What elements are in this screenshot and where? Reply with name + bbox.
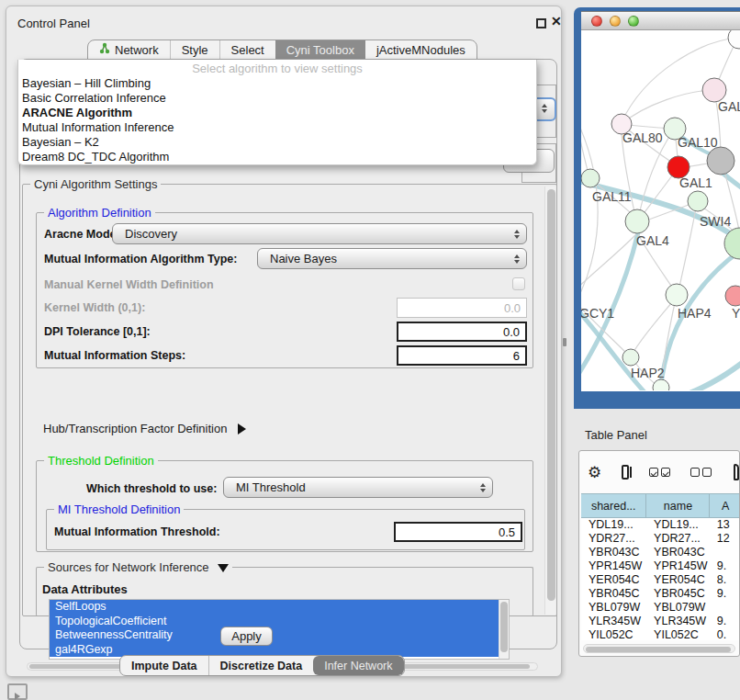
network-node[interactable] xyxy=(728,30,740,49)
which-threshold-label: Which threshold to use: xyxy=(86,482,217,495)
dpi-tolerance-field[interactable] xyxy=(397,322,527,342)
aracne-mode-combo[interactable]: Discovery xyxy=(112,223,527,244)
table-cell xyxy=(710,546,740,559)
table-row[interactable]: YPR145WYPR145W9. xyxy=(581,559,740,573)
data-attribute-item[interactable]: TopologicalCoefficient xyxy=(50,615,509,629)
algorithm-option[interactable]: ARACNE Algorithm xyxy=(18,106,536,120)
column-header[interactable]: shared... xyxy=(581,494,646,517)
tab-jactivemnodules[interactable]: jActiveMNodules xyxy=(365,40,477,59)
table-cell: YDL19... xyxy=(646,518,710,532)
algorithm-popup: Select algorithm to view settings Bayesi… xyxy=(17,60,537,165)
apply-button[interactable]: Apply xyxy=(220,627,273,646)
table-cell: YER054C xyxy=(581,573,646,587)
attributes-vscrollbar[interactable] xyxy=(499,600,509,659)
table-row[interactable]: YBR043CYBR043C xyxy=(581,546,740,559)
table-cell: YPR145W xyxy=(581,559,646,573)
close-icon[interactable]: ✕ xyxy=(551,14,562,28)
panel-splitter-handle[interactable] xyxy=(563,338,566,346)
kernel-width-field[interactable] xyxy=(397,298,527,318)
panel-collapse-button[interactable] xyxy=(7,683,28,700)
network-edge[interactable] xyxy=(581,118,598,306)
table-row[interactable]: YIL052CYIL052C0. xyxy=(581,628,740,640)
table-cell: YIL052C xyxy=(581,628,646,640)
manual-kernel-width-checkbox[interactable] xyxy=(512,277,525,290)
network-node-gal1[interactable] xyxy=(688,191,708,211)
algorithm-definition-group: Algorithm Definition Aracne Mode: Discov… xyxy=(36,212,533,368)
table-cell: 0. xyxy=(710,628,740,640)
tab-label: Select xyxy=(231,43,264,57)
algorithm-option[interactable]: Dream8 DC_TDC Algorithm xyxy=(18,150,536,164)
select-all-columns-icon[interactable] xyxy=(649,468,670,477)
network-edge[interactable] xyxy=(660,251,740,390)
network-window-titlebar[interactable] xyxy=(581,11,740,30)
table-row[interactable]: YDL19...YDL19...13 xyxy=(581,518,740,532)
network-canvas[interactable]: GALGAL80GAL10GAL11GAL1SWI4GAL4GCY1HAP4YH… xyxy=(581,30,740,390)
algorithm-option[interactable]: Bayesian – K2 xyxy=(18,135,536,150)
network-node-hap2[interactable] xyxy=(622,349,639,366)
table-row[interactable]: YER054CYER054C8. xyxy=(581,573,740,587)
table-cell: 9. xyxy=(710,615,740,628)
minimize-traffic-light-icon[interactable] xyxy=(610,16,621,27)
network-view-window[interactable]: GALGAL80GAL10GAL11GAL1SWI4GAL4GCY1HAP4YH… xyxy=(574,7,740,409)
table-row[interactable]: YDR27...YDR27...12 xyxy=(581,532,740,546)
mi-algorithm-type-combo[interactable]: Naive Bayes xyxy=(257,248,527,269)
tab-select[interactable]: Select xyxy=(219,40,275,59)
data-attribute-item[interactable]: BetweennessCentrality xyxy=(50,628,509,643)
network-node[interactable] xyxy=(653,379,669,390)
close-traffic-light-icon[interactable] xyxy=(591,16,602,27)
which-threshold-combo[interactable]: MI Threshold xyxy=(223,477,493,498)
data-attributes-label: Data Attributes xyxy=(42,582,128,596)
mi-steps-field[interactable] xyxy=(397,345,527,366)
column-header[interactable]: A xyxy=(710,494,740,517)
table-row[interactable]: YBR045CYBR045C9. xyxy=(581,587,740,601)
network-node-hap4[interactable] xyxy=(666,284,688,306)
columns-icon[interactable] xyxy=(622,465,628,480)
tab-impute-data[interactable]: Impute Data xyxy=(120,656,208,675)
new-table-icon[interactable] xyxy=(734,464,739,480)
table-cell: YIL052C xyxy=(646,628,710,640)
tab-style[interactable]: Style xyxy=(170,40,219,59)
zoom-traffic-light-icon[interactable] xyxy=(628,16,639,27)
network-edge[interactable] xyxy=(678,203,697,291)
algorithm-option[interactable]: Mutual Information Inference xyxy=(18,120,536,135)
table-cell: YBR045C xyxy=(581,587,646,601)
algorithm-option[interactable]: Bayesian – Hill Climbing xyxy=(18,76,536,91)
tab-discretize-data[interactable]: Discretize Data xyxy=(208,656,314,675)
float-window-icon[interactable] xyxy=(536,18,546,28)
data-attribute-item[interactable]: SelfLoops xyxy=(50,600,509,615)
network-edge[interactable] xyxy=(581,118,589,177)
algorithm-option[interactable]: Basic Correlation Inference xyxy=(18,91,536,106)
tab-network[interactable]: Network xyxy=(88,40,170,59)
node-label: HAP2 xyxy=(631,366,665,380)
network-node[interactable] xyxy=(707,147,734,175)
network-edge[interactable] xyxy=(622,90,712,124)
gear-icon[interactable]: ⚙ xyxy=(588,463,601,482)
unselect-all-columns-icon[interactable] xyxy=(690,468,712,477)
network-node-y[interactable] xyxy=(725,286,740,306)
dpi-tolerance-label: DPI Tolerance [0,1]: xyxy=(44,325,151,338)
threshold-definition-group: Threshold Definition Which threshold to … xyxy=(36,460,533,552)
table-cell: 12 xyxy=(710,532,740,546)
table-hscrollbar[interactable] xyxy=(583,644,735,653)
table-row[interactable]: YBL079WYBL079W xyxy=(581,601,740,615)
node-label: HAP4 xyxy=(678,306,712,321)
hub-definition-toggle[interactable]: Hub/Transcription Factor Definition xyxy=(43,422,246,435)
column-header[interactable]: name xyxy=(646,494,710,517)
table-cell: YDL19... xyxy=(581,518,646,532)
data-attributes-list[interactable]: SelfLoopsTopologicalCoefficientBetweenne… xyxy=(49,599,510,660)
threshold-definition-title: Threshold Definition xyxy=(44,454,158,468)
network-edge[interactable] xyxy=(690,361,740,390)
network-graph: GALGAL80GAL10GAL11GAL1SWI4GAL4GCY1HAP4YH… xyxy=(581,30,740,390)
settings-vscrollbar[interactable] xyxy=(544,186,555,615)
table-cell: 9. xyxy=(710,587,740,601)
table-row[interactable]: YLR345WYLR345W9. xyxy=(581,615,740,628)
mi-threshold-field[interactable] xyxy=(394,522,522,542)
tab-infer-network[interactable]: Infer Network xyxy=(313,656,403,675)
table-body: YDL19...YDL19...13YDR27...YDR27...12YBR0… xyxy=(581,518,740,640)
table-cell: YDR27... xyxy=(646,532,710,546)
network-node-gal4[interactable] xyxy=(625,209,649,233)
table-panel: ⚙ shared...nameA YDL19...YDL19...13YDR27… xyxy=(578,450,740,657)
network-icon xyxy=(99,42,110,57)
tab-cyni-toolbox[interactable]: Cyni Toolbox xyxy=(275,40,365,59)
network-node-gal11[interactable] xyxy=(581,169,600,187)
